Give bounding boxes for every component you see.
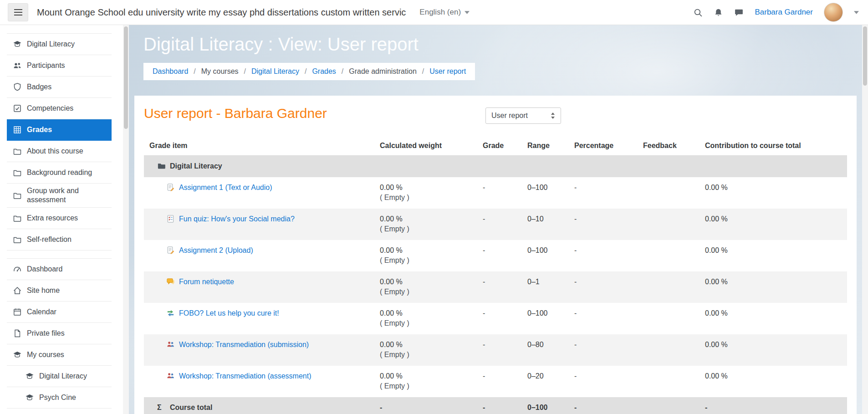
- sidebar-item-site-home[interactable]: Site home: [7, 280, 112, 302]
- table-row: Workshop: Transmediation (assessment) 0.…: [144, 366, 847, 397]
- main-scrollbar-thumb[interactable]: [863, 26, 867, 86]
- percentage-cell: -: [569, 366, 638, 397]
- weight-cell: 0.00 %( Empty ): [374, 366, 477, 397]
- category-row: Digital Literacy: [144, 156, 847, 178]
- weight-cell: 0.00 %( Empty ): [374, 334, 477, 366]
- range-cell: 0–10: [522, 209, 569, 240]
- messages-chat-icon[interactable]: [734, 8, 744, 17]
- graduation-cap-icon: [13, 40, 22, 49]
- file-icon: [13, 329, 22, 338]
- sidebar-item-dashboard[interactable]: Dashboard: [7, 259, 112, 280]
- sidebar-item-digital-literacy[interactable]: Digital Literacy: [7, 34, 112, 55]
- hamburger-icon: [14, 12, 22, 13]
- percentage-cell: -: [569, 209, 638, 240]
- sidebar-item-group-work-and-assessment[interactable]: Group work and assessment: [7, 184, 112, 208]
- col-calculated-weight: Calculated weight: [374, 137, 477, 156]
- main-scrollbar: [862, 25, 868, 414]
- folder-icon: [13, 168, 22, 177]
- workshop-icon: [166, 340, 175, 349]
- breadcrumb: Dashboard My courses Digital Literacy Gr…: [143, 63, 475, 80]
- feedback-icon: [166, 309, 175, 317]
- table-header-row: Grade item Calculated weight Grade Range…: [144, 137, 847, 156]
- feedback-cell: [638, 397, 700, 414]
- feedback-cell: [638, 271, 700, 303]
- feedback-cell: [638, 303, 700, 334]
- search-icon[interactable]: [693, 8, 703, 17]
- feedback-cell: [638, 240, 700, 271]
- grade-item-link[interactable]: Workshop: Transmediation (assessment): [179, 372, 311, 380]
- grade-item-link[interactable]: Fun quiz: How's your Social media?: [179, 215, 295, 223]
- sidebar-item-course-digital-literacy[interactable]: Digital Literacy: [7, 366, 112, 387]
- table-row: Fun quiz: How's your Social media? 0.00 …: [144, 209, 847, 240]
- navbar-actions: Barbara Gardner: [693, 3, 859, 22]
- range-cell: 0–100: [522, 177, 569, 209]
- weight-cell: 0.00 %( Empty ): [374, 303, 477, 334]
- sidebar-item-grades[interactable]: Grades: [7, 119, 112, 141]
- sidebar-item-calendar[interactable]: Calendar: [7, 302, 112, 323]
- col-grade-item: Grade item: [144, 137, 374, 156]
- percentage-cell: -: [569, 271, 638, 303]
- grade-item-link[interactable]: Assignment 2 (Upload): [179, 246, 253, 254]
- contribution-cell: 0.00 %: [700, 209, 847, 240]
- user-menu-chevron-icon[interactable]: [854, 11, 859, 14]
- weight-cell: 0.00 %( Empty ): [374, 177, 477, 209]
- notifications-bell-icon[interactable]: [714, 8, 723, 17]
- sidebar-item-badges[interactable]: Badges: [7, 77, 112, 98]
- breadcrumb-item-dashboard: Dashboard: [153, 67, 188, 76]
- grade-item-link[interactable]: FOBO? Let us help you cure it!: [179, 309, 279, 317]
- language-selector[interactable]: English (en): [419, 8, 470, 17]
- grade-cell: -: [477, 334, 522, 366]
- sidebar-item-extra-resources[interactable]: Extra resources: [7, 208, 112, 229]
- course-total-cell: ΣCourse total: [144, 397, 374, 414]
- report-view-select[interactable]: User report: [485, 107, 561, 124]
- grade-item-link[interactable]: Forum netiquette: [179, 278, 234, 286]
- sidebar-item-background-reading[interactable]: Background reading: [7, 162, 112, 184]
- shield-icon: [13, 82, 22, 92]
- assignment-icon: [166, 183, 175, 192]
- sidebar-item-private-files[interactable]: Private files: [7, 323, 112, 344]
- category-cell: Digital Literacy: [144, 156, 847, 178]
- range-cell: 0–1: [522, 271, 569, 303]
- sidebar-item-about-this-course[interactable]: About this course: [7, 141, 112, 162]
- grade-cell: -: [477, 240, 522, 271]
- grade-item-cell: FOBO? Let us help you cure it!: [144, 303, 374, 334]
- report-card: User report - Barbara Gardner User repor…: [134, 96, 857, 414]
- breadcrumb-link[interactable]: Grades: [312, 67, 336, 76]
- forum-icon: [166, 277, 175, 286]
- breadcrumb-link[interactable]: Digital Literacy: [251, 67, 299, 76]
- feedback-cell: [638, 334, 700, 366]
- app-window: Mount Orange School edu university write…: [0, 0, 868, 414]
- menu-toggle-button[interactable]: [8, 3, 28, 21]
- sidebar-item-participants[interactable]: Participants: [7, 55, 112, 77]
- grade-cell: -: [477, 209, 522, 240]
- contribution-cell: 0.00 %: [700, 177, 847, 209]
- folder-icon: [13, 235, 22, 244]
- site-title-link[interactable]: Mount Orange School edu university write…: [37, 7, 406, 18]
- graduation-cap-icon: [25, 372, 34, 381]
- grade-item-cell: Assignment 1 (Text or Audio): [144, 177, 374, 209]
- percentage-cell: -: [569, 240, 638, 271]
- chevron-down-icon: [465, 11, 470, 14]
- sidebar-item-competencies[interactable]: Competencies: [7, 98, 112, 119]
- breadcrumb-link[interactable]: Dashboard: [153, 67, 188, 76]
- grade-item-cell: Forum netiquette: [144, 271, 374, 303]
- sidebar-scrollbar-thumb[interactable]: [124, 26, 128, 129]
- folder-icon: [13, 191, 22, 200]
- sidebar-item-my-courses[interactable]: My courses: [7, 344, 112, 366]
- grade-cell: -: [477, 303, 522, 334]
- user-name-link[interactable]: Barbara Gardner: [755, 8, 813, 17]
- grade-item-link[interactable]: Workshop: Transmediation (submission): [179, 341, 309, 348]
- breadcrumb-item-grade-administration: Grade administration: [336, 67, 417, 76]
- grade-cell: -: [477, 271, 522, 303]
- sidebar-item-self-reflection[interactable]: Self-reflection: [7, 229, 112, 250]
- grade-cell: -: [477, 366, 522, 397]
- sidebar-item-course-psych-cine[interactable]: Psych Cine: [7, 387, 112, 409]
- grade-item-cell: Assignment 2 (Upload): [144, 240, 374, 271]
- avatar[interactable]: [824, 3, 843, 22]
- quiz-icon: [166, 215, 175, 223]
- breadcrumb-link[interactable]: User report: [429, 67, 466, 76]
- percentage-cell: -: [569, 397, 638, 414]
- grade-item-link[interactable]: Assignment 1 (Text or Audio): [179, 184, 272, 191]
- grade-cell: -: [477, 397, 522, 414]
- percentage-cell: -: [569, 334, 638, 366]
